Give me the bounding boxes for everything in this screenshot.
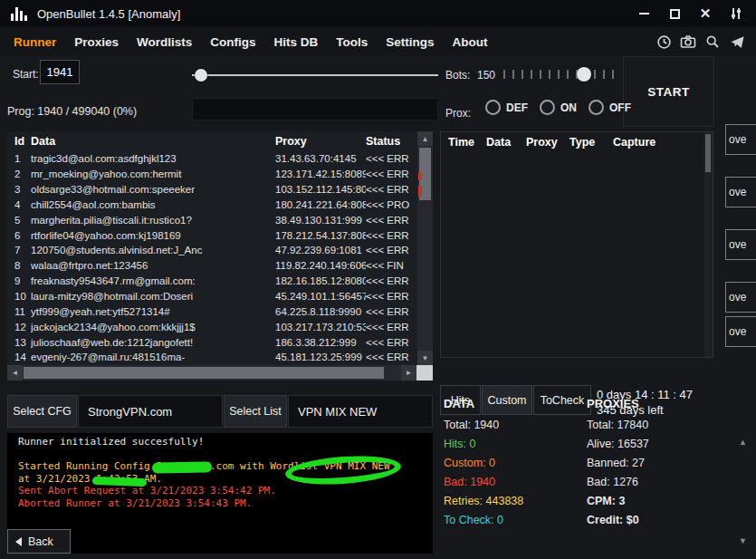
scrollbar-thumb[interactable] bbox=[705, 134, 711, 172]
proxies-panel-title: PROXIES bbox=[587, 397, 718, 410]
table-row[interactable]: 9 freaknasty9543647.rm@gmail.com: 182.16… bbox=[7, 274, 433, 289]
start-button[interactable]: START bbox=[623, 56, 714, 127]
radio-circle[interactable] bbox=[540, 100, 555, 115]
proxy-mode-radio[interactable]: OFF bbox=[589, 100, 631, 115]
start-position-input[interactable]: 1941 bbox=[40, 60, 80, 84]
slider-thumb[interactable] bbox=[577, 67, 591, 82]
results-scrollbar[interactable] bbox=[703, 132, 713, 357]
cell-id: 10 bbox=[7, 291, 31, 302]
column-header-proxy[interactable]: Proxy bbox=[526, 136, 569, 149]
slider-track bbox=[192, 74, 438, 76]
column-header-type[interactable]: Type bbox=[569, 136, 613, 149]
proxy-mode-radio[interactable]: ON bbox=[540, 100, 577, 115]
menu-item[interactable]: About bbox=[444, 35, 497, 49]
radio-label: OFF bbox=[609, 101, 631, 114]
bots-slider[interactable] bbox=[503, 65, 616, 83]
menu-item[interactable]: Configs bbox=[201, 35, 264, 49]
stat-label: Bad: bbox=[444, 476, 467, 488]
scroll-left-icon[interactable]: ◄ bbox=[7, 365, 23, 381]
cell-data: julioschaaf@web.de:1212jangofett! bbox=[31, 337, 275, 348]
table-row[interactable]: 6 rtforlife04@yahoo.com:kj198169 178.212… bbox=[7, 227, 433, 243]
stat-line: Custom: 0 bbox=[444, 454, 579, 473]
table-row[interactable]: 7 120750@students.alvinisd.net:J_Anc 47.… bbox=[7, 243, 433, 258]
cell-proxy: 178.212.54.137:8080 bbox=[275, 230, 366, 241]
radio-circle[interactable] bbox=[589, 100, 604, 115]
radio-circle[interactable] bbox=[485, 100, 501, 115]
table-row[interactable]: 2 mr_moeking@yahoo.com:hermit 123.171.42… bbox=[7, 167, 433, 182]
column-header-time[interactable]: Time bbox=[448, 136, 486, 149]
column-header-capture[interactable]: Capture bbox=[613, 136, 713, 149]
progress-label: Prog: 1940 / 499040 (0%) bbox=[7, 105, 137, 118]
radio-label: ON bbox=[560, 101, 577, 114]
column-header-id[interactable]: Id bbox=[7, 135, 31, 148]
stat-value: 0 bbox=[489, 457, 495, 469]
stat-label: Total: bbox=[444, 419, 471, 431]
stat-label: Bad: bbox=[587, 476, 610, 488]
cell-proxy: 45.249.101.1:56457 bbox=[275, 291, 366, 302]
config-name-field[interactable]: StrongVPN.com bbox=[78, 395, 223, 428]
column-header-data[interactable]: Data bbox=[31, 135, 275, 148]
table-row[interactable]: 3 oldsarge33@hotmail.com:speeeker 103.15… bbox=[7, 182, 433, 198]
remove-button-clipped[interactable]: ove bbox=[725, 229, 756, 260]
camera-icon[interactable] bbox=[680, 34, 696, 50]
back-button[interactable]: Back bbox=[7, 529, 71, 554]
stat-line: Credit: $0 bbox=[587, 511, 718, 530]
log-scroll-up-icon[interactable]: ▲ bbox=[739, 438, 747, 447]
maximize-icon[interactable] bbox=[662, 4, 687, 24]
minimize-icon[interactable] bbox=[631, 4, 656, 24]
table-row[interactable]: 14 evgeniy-267@mail.ru:481516ma- 45.181.… bbox=[7, 350, 433, 365]
start-slider[interactable] bbox=[192, 69, 438, 82]
table-row[interactable]: 5 margherita.pilia@tiscali.it:rustico1? … bbox=[7, 212, 433, 227]
scrollbar-thumb[interactable] bbox=[24, 367, 384, 379]
cell-data: oldsarge33@hotmail.com:speeeker bbox=[31, 184, 275, 195]
select-list-button[interactable]: Select List bbox=[224, 395, 287, 428]
slider-thumb[interactable] bbox=[195, 69, 207, 82]
cell-data: freaknasty9543647.rm@gmail.com: bbox=[31, 275, 275, 286]
prox-label: Prox: bbox=[445, 107, 471, 120]
menu-item[interactable]: Runner bbox=[5, 35, 65, 49]
select-cfg-button[interactable]: Select CFG bbox=[7, 395, 77, 428]
proxy-mode-radio[interactable]: DEF bbox=[485, 100, 528, 115]
cell-id: 13 bbox=[7, 337, 31, 348]
cell-id: 8 bbox=[7, 260, 31, 271]
remove-button-clipped[interactable]: ove bbox=[725, 124, 756, 155]
error-marker bbox=[418, 172, 422, 180]
table-row[interactable]: 4 chill2554@aol.com:bambis 180.241.221.6… bbox=[7, 198, 433, 213]
menu-item[interactable]: Proxies bbox=[65, 35, 128, 49]
remove-button-clipped[interactable]: ove bbox=[725, 316, 756, 347]
scroll-right-icon[interactable]: ► bbox=[401, 365, 416, 381]
column-header-proxy[interactable]: Proxy bbox=[275, 135, 366, 148]
remove-button-clipped[interactable]: ove bbox=[725, 282, 756, 313]
clock-icon[interactable] bbox=[656, 34, 672, 50]
table-row[interactable]: 12 jackojack2134@yahoo.com:kkkjjj1$ 103.… bbox=[7, 319, 433, 334]
table-row[interactable]: 13 julioschaaf@web.de:1212jangofett! 186… bbox=[7, 334, 433, 350]
table-row[interactable]: 10 laura-mitzy98@hotmail.com:Doseri 45.2… bbox=[7, 289, 433, 304]
remove-button-clipped[interactable]: ove bbox=[725, 177, 756, 207]
grid-header: Id Data Proxy Status bbox=[7, 131, 433, 151]
cell-data: evgeniy-267@mail.ru:481516ma- bbox=[31, 352, 275, 362]
scroll-down-icon[interactable]: ▼ bbox=[417, 351, 433, 365]
cell-data: ytf999@yeah.net:ytf5271314# bbox=[31, 306, 275, 317]
menu-item[interactable]: Tools bbox=[327, 35, 377, 49]
scroll-up-icon[interactable]: ▲ bbox=[417, 131, 433, 146]
search-icon[interactable] bbox=[704, 34, 721, 50]
stat-value: 16537 bbox=[617, 438, 649, 450]
grid-vertical-scrollbar[interactable]: ▲ ▼ bbox=[417, 131, 433, 365]
log-scroll-down-icon[interactable]: ▼ bbox=[739, 536, 747, 545]
menu-item[interactable]: Wordlists bbox=[128, 35, 201, 49]
main-menu: RunnerProxiesWordlistsConfigsHits DBTool… bbox=[5, 35, 497, 49]
menu-item[interactable]: Hits DB bbox=[265, 35, 328, 49]
column-header-data[interactable]: Data bbox=[486, 136, 526, 149]
table-row[interactable]: 1 tragic3d@aol.com:asdfghjkl123 31.43.63… bbox=[7, 151, 433, 167]
stat-label: Credit: bbox=[587, 514, 623, 526]
stat-line: Bad: 1940 bbox=[444, 473, 579, 492]
table-row[interactable]: 8 walaa@frtpro.net:123456 119.82.240.149… bbox=[7, 258, 433, 274]
cell-id: 1 bbox=[7, 153, 31, 164]
stat-value: 17840 bbox=[617, 419, 648, 431]
grid-horizontal-scrollbar[interactable]: ◄ ► bbox=[7, 365, 416, 381]
stat-label: Custom: bbox=[444, 457, 486, 469]
menu-item[interactable]: Settings bbox=[377, 35, 443, 49]
table-row[interactable]: 11 ytf999@yeah.net:ytf5271314# 64.225.8.… bbox=[7, 304, 433, 319]
wordlist-name-field[interactable]: VPN MIX NEW bbox=[288, 395, 433, 428]
close-icon[interactable]: ✕ bbox=[693, 4, 718, 24]
